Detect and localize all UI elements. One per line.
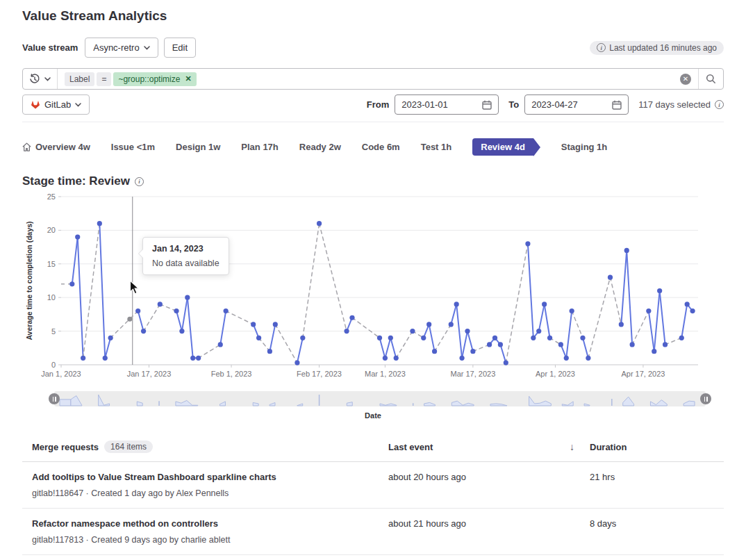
- to-label: To: [508, 99, 519, 110]
- stage-tab-label: Design 1w: [176, 142, 220, 152]
- svg-text:0: 0: [51, 361, 56, 369]
- edit-button-label: Edit: [172, 42, 188, 53]
- filter-row-secondary: GitLab From 2023-01-01 To 2023-04-27: [22, 94, 724, 122]
- mr-meta: gitlab!118647 · Created 1 day ago by Ale…: [32, 488, 388, 498]
- svg-text:Apr 17, 2023: Apr 17, 2023: [621, 370, 665, 378]
- search-icon: [706, 74, 716, 84]
- to-date-input[interactable]: 2023-04-27: [524, 94, 629, 115]
- stage-tab-label: Test 1h: [421, 142, 452, 152]
- from-date-value: 2023-01-01: [401, 99, 448, 110]
- svg-text:Feb 17, 2023: Feb 17, 2023: [297, 370, 342, 378]
- tooltip-date: Jan 14, 2023: [152, 244, 219, 254]
- stage-tab-staging[interactable]: Staging 1h: [561, 142, 607, 152]
- svg-text:Jan 17, 2023: Jan 17, 2023: [127, 370, 172, 378]
- last-updated-text: Last updated 16 minutes ago: [609, 43, 717, 53]
- svg-text:Mar 17, 2023: Mar 17, 2023: [450, 370, 495, 378]
- filter-token-operator[interactable]: =: [97, 72, 111, 86]
- recent-searches-dropdown[interactable]: [23, 69, 58, 89]
- filter-token-value[interactable]: ~group::optimize ✕: [113, 72, 196, 86]
- table-header: Merge requests 164 items Last event ↓ Du…: [22, 434, 724, 462]
- edit-button[interactable]: Edit: [164, 38, 196, 58]
- project-dropdown[interactable]: GitLab: [22, 94, 90, 115]
- stage-tabs-nav: Overview 4wIssue <1mDesign 1wPlan 17hRea…: [22, 137, 724, 156]
- chevron-down-icon: [44, 77, 51, 81]
- svg-text:Apr 1, 2023: Apr 1, 2023: [536, 370, 575, 378]
- table-row: Refactor namespace method on controllers…: [22, 509, 724, 555]
- days-selected-value: 117 days selected: [638, 99, 711, 110]
- calendar-icon: [612, 100, 622, 110]
- last-updated-badge: i Last updated 16 minutes ago: [590, 41, 724, 55]
- stage-tab-label: Review 4d: [481, 142, 525, 152]
- remove-token-icon[interactable]: ✕: [185, 74, 191, 83]
- tooltip-message: No data available: [152, 258, 219, 268]
- table-row: Refactored Contribution Analytics mock d…: [22, 555, 724, 560]
- svg-text:25: 25: [47, 192, 56, 201]
- stage-tab-test[interactable]: Test 1h: [421, 142, 452, 152]
- to-date-value: 2023-04-27: [531, 99, 578, 110]
- mr-duration: 21 hrs: [590, 472, 714, 498]
- mr-last-event: about 20 hours ago: [388, 472, 590, 498]
- filter-token-key[interactable]: Label: [65, 72, 94, 86]
- col-merge-requests: Merge requests: [32, 442, 99, 452]
- filter-token-input[interactable]: Label = ~group::optimize ✕: [58, 72, 680, 86]
- value-stream-dropdown[interactable]: Async-retro: [85, 38, 158, 58]
- mouse-cursor: [129, 280, 142, 295]
- svg-text:15: 15: [47, 260, 56, 268]
- stage-tab-ready[interactable]: Ready 2w: [299, 142, 341, 152]
- mr-title-link[interactable]: Refactor namespace method on controllers: [32, 518, 388, 530]
- stage-tab-plan[interactable]: Plan 17h: [241, 142, 278, 152]
- from-label: From: [367, 99, 390, 110]
- brush-minimap: [54, 391, 706, 406]
- from-date-input[interactable]: 2023-01-01: [395, 94, 499, 115]
- mr-meta: gitlab!117813 · Created 9 days ago by ch…: [32, 535, 388, 545]
- stage-tab-label: Issue <1m: [111, 142, 155, 152]
- info-icon: i: [597, 43, 606, 52]
- merge-requests-table: Merge requests 164 items Last event ↓ Du…: [22, 434, 724, 560]
- stage-tab-label: Plan 17h: [241, 142, 278, 152]
- brush-handle-right[interactable]: [700, 393, 711, 404]
- stage-tab-issue[interactable]: Issue <1m: [111, 142, 155, 152]
- value-stream-label: Value stream: [22, 42, 78, 53]
- value-stream-controls: Value stream Async-retro Edit i Last upd…: [22, 38, 724, 58]
- gitlab-logo-icon: [31, 100, 40, 109]
- stage-tab-label: Staging 1h: [561, 142, 607, 152]
- line-chart-canvas[interactable]: 0510152025Jan 1, 2023Jan 17, 2023Feb 1, …: [22, 191, 724, 386]
- stage-tab-overview[interactable]: Overview 4w: [22, 142, 90, 152]
- date-range-controls: From 2023-01-01 To 2023-04-27 117 days s…: [367, 94, 724, 115]
- value-stream-analytics-page: Value Stream Analytics Value stream Asyn…: [0, 0, 746, 560]
- filter-bar-actions: ✕: [680, 69, 723, 89]
- chevron-down-icon: [144, 46, 150, 50]
- project-name: GitLab: [44, 99, 71, 110]
- brush-track[interactable]: [54, 391, 706, 406]
- stage-tab-code[interactable]: Code 6m: [362, 142, 400, 152]
- mr-title-link[interactable]: Add tooltips to Value Stream Dashboard s…: [32, 472, 388, 484]
- col-duration[interactable]: Duration: [590, 442, 627, 452]
- stage-tab-label: Ready 2w: [299, 142, 341, 152]
- mr-last-event: about 21 hours ago: [388, 518, 590, 545]
- info-icon[interactable]: i: [135, 177, 144, 186]
- stage-tab-review[interactable]: Review 4d: [472, 138, 533, 156]
- chevron-down-icon: [75, 103, 81, 107]
- clear-search-icon[interactable]: ✕: [680, 74, 691, 85]
- svg-text:Feb 1, 2023: Feb 1, 2023: [211, 370, 252, 378]
- stage-tab-design[interactable]: Design 1w: [176, 142, 220, 152]
- calendar-icon: [482, 100, 492, 110]
- stage-section-title: Stage time: Review i: [22, 174, 724, 188]
- filter-bar: Label = ~group::optimize ✕ ✕: [22, 68, 724, 90]
- history-icon: [29, 74, 40, 85]
- filter-token-value-text: ~group::optimize: [118, 74, 180, 84]
- stage-tab-label: Overview 4w: [35, 142, 90, 152]
- col-last-event[interactable]: Last event: [388, 442, 433, 452]
- sort-descending-icon[interactable]: ↓: [570, 441, 574, 452]
- svg-text:20: 20: [47, 226, 56, 234]
- stage-section-title-text: Stage time: Review: [22, 174, 130, 188]
- chart-tooltip: Jan 14, 2023 No data available: [142, 237, 229, 275]
- brush-handle-left[interactable]: [49, 393, 60, 404]
- value-stream-selected: Async-retro: [93, 42, 139, 53]
- stage-tab-label: Code 6m: [362, 142, 400, 152]
- info-icon[interactable]: i: [715, 100, 724, 109]
- days-selected-text: 117 days selected i: [638, 99, 724, 110]
- mr-duration: 8 days: [590, 518, 714, 545]
- search-button[interactable]: [698, 69, 723, 89]
- svg-text:5: 5: [51, 327, 56, 336]
